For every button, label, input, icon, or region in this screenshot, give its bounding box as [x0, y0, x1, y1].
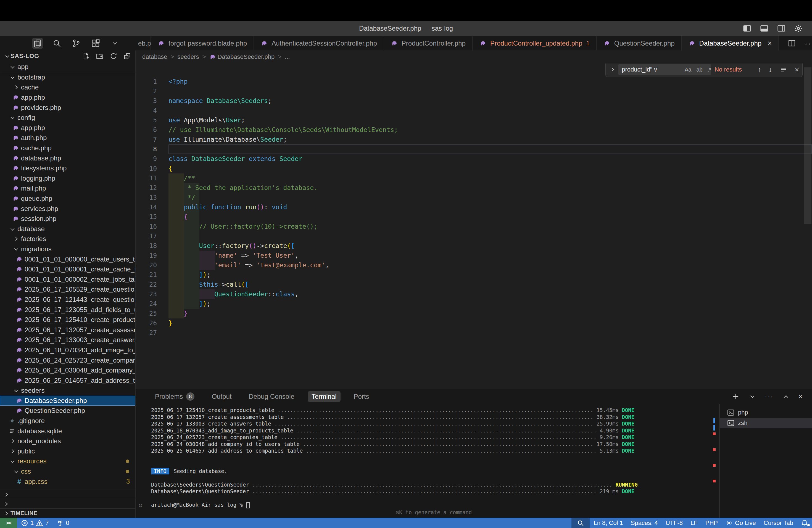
- tab-productcontroller-updated-php[interactable]: ProductController_updated.php1: [473, 36, 597, 50]
- tree-item-database-sqlite[interactable]: database.sqlite: [0, 426, 135, 436]
- tree-item-resources[interactable]: resources: [0, 456, 135, 466]
- notifications-bell[interactable]: [797, 518, 812, 528]
- tree-item-session-php[interactable]: session.php: [0, 214, 135, 224]
- code-editor[interactable]: 1<?php23namespace Database\Seeders;45use…: [135, 63, 812, 389]
- go-live-status[interactable]: Go Live: [722, 518, 760, 528]
- tree-item-mail-php[interactable]: mail.php: [0, 184, 135, 194]
- code-line-2[interactable]: 2: [135, 86, 812, 96]
- tree-item-2025-06-24-025723-create-compan[interactable]: 2025_06_24_025723_create_compan...: [0, 355, 135, 365]
- sidebar-section-timeline[interactable]: TIMELINE: [0, 509, 135, 518]
- sidebar-section-collapsed-2[interactable]: [0, 499, 135, 509]
- code-line-17[interactable]: 17: [135, 231, 812, 241]
- tree-item-public[interactable]: public: [0, 446, 135, 456]
- tree-item-database-php[interactable]: database.php: [0, 153, 135, 163]
- tree-item-bootstrap[interactable]: bootstrap: [0, 72, 135, 83]
- cursor-position-status[interactable]: Ln 8, Col 1: [590, 518, 627, 528]
- search-status-item[interactable]: [571, 518, 590, 528]
- more-actions-icon[interactable]: ···: [765, 392, 773, 401]
- whole-word-icon[interactable]: ab: [695, 66, 704, 73]
- regex-icon[interactable]: .*: [707, 66, 712, 73]
- terminal-output[interactable]: 2025_06_17_125410_create_products_table …: [135, 404, 717, 518]
- toggle-replace-icon[interactable]: [609, 68, 615, 71]
- close-icon[interactable]: ×: [768, 39, 772, 47]
- code-line-19[interactable]: 19 'name' => 'Test User',: [135, 251, 812, 260]
- activity-explorer-icon[interactable]: [32, 38, 43, 49]
- language-status[interactable]: PHP: [701, 518, 722, 528]
- code-line-3[interactable]: 3namespace Database\Seeders;: [135, 96, 812, 106]
- breadcrumb-item-database[interactable]: database: [142, 53, 168, 60]
- tree-item-2025-06-17-121443-create-questions[interactable]: 2025_06_17_121443_create_questions...: [0, 295, 135, 305]
- tree-item-2025-06-17-125410-create-products[interactable]: 2025_06_17_125410_create_products...: [0, 315, 135, 325]
- tree-item-app[interactable]: app: [0, 62, 135, 72]
- code-line-20[interactable]: 20 'email' => 'test@example.com',: [135, 260, 812, 270]
- code-line-16[interactable]: 16 // User::factory(10)->create();: [135, 222, 812, 231]
- tree-item-cache[interactable]: cache: [0, 82, 135, 92]
- code-line-10[interactable]: 10{: [135, 164, 812, 173]
- code-line-26[interactable]: 26}: [135, 318, 812, 328]
- panel-tab-ports[interactable]: Ports: [350, 391, 373, 402]
- collapse-all-icon[interactable]: [123, 52, 131, 60]
- tree-item-2025-06-18-070343-add-image-to[interactable]: 2025_06_18_070343_add_image_to_...: [0, 345, 135, 355]
- previous-match-icon[interactable]: ↑: [758, 65, 762, 74]
- terminal-session-zsh[interactable]: zsh: [720, 418, 812, 428]
- tab-questionseeder-php[interactable]: QuestionSeeder.php: [597, 36, 682, 50]
- cursor-tab-status[interactable]: Cursor Tab: [760, 518, 797, 528]
- code-line-9[interactable]: 9class DatabaseSeeder extends Seeder: [135, 154, 812, 164]
- tree-item-2025-06-25-014657-add-address-to[interactable]: 2025_06_25_014657_add_address_to...: [0, 375, 135, 385]
- tree-item-2025-06-17-133003-create-answers[interactable]: 2025_06_17_133003_create_answers_...: [0, 335, 135, 345]
- code-line-14[interactable]: 14 public function run(): void: [135, 202, 812, 212]
- code-line-24[interactable]: 24 ]);: [135, 299, 812, 309]
- tree-item-node-modules[interactable]: node_modules: [0, 436, 135, 446]
- tree-item-config[interactable]: config: [0, 113, 135, 123]
- tab-eb-php[interactable]: eb.php: [135, 36, 151, 50]
- code-line-8[interactable]: 8: [135, 144, 812, 154]
- tree-item-database[interactable]: database: [0, 224, 135, 234]
- tree-item-factories[interactable]: factories: [0, 234, 135, 244]
- tree-item-2025-06-17-123055-add-fields-to-u[interactable]: 2025_06_17_123055_add_fields_to_u...: [0, 305, 135, 315]
- dropdown-icon[interactable]: [748, 392, 756, 401]
- chevron-up-icon[interactable]: [782, 392, 790, 401]
- new-folder-icon[interactable]: [96, 52, 104, 60]
- close-icon[interactable]: ×: [795, 65, 799, 74]
- panel-tab-terminal[interactable]: Terminal: [308, 391, 340, 402]
- tree-item-migrations[interactable]: migrations: [0, 244, 135, 254]
- tree-item-gitignore[interactable]: .gitignore: [0, 416, 135, 426]
- tree-item-2025-06-17-132057-create-assessme[interactable]: 2025_06_17_132057_create_assessme...: [0, 325, 135, 335]
- tree-item-app-php[interactable]: app.php: [0, 123, 135, 133]
- tree-item-providers-php[interactable]: providers.php: [0, 102, 135, 113]
- tree-item-0001-01-01-000001-create-cache-ta[interactable]: 0001_01_01_000001_create_cache_ta...: [0, 264, 135, 275]
- tree-item-seeders[interactable]: seeders: [0, 385, 135, 396]
- indentation-status[interactable]: Spaces: 4: [627, 518, 662, 528]
- new-file-icon[interactable]: [82, 52, 90, 60]
- code-line-22[interactable]: 22 $this->call([: [135, 280, 812, 289]
- tree-item-2025-06-17-105529-create-question[interactable]: 2025_06_17_105529_create_question...: [0, 284, 135, 295]
- activity-dropdown-icon[interactable]: [110, 38, 120, 49]
- close-icon[interactable]: ×: [798, 392, 802, 401]
- add-icon[interactable]: [731, 392, 740, 401]
- code-line-27[interactable]: 27: [135, 328, 812, 338]
- code-line-18[interactable]: 18 User::factory()->create([: [135, 241, 812, 251]
- tree-item-app-php[interactable]: app.php: [0, 92, 135, 103]
- code-line-25[interactable]: 25 }: [135, 309, 812, 318]
- tree-item-questionseeder-php[interactable]: QuestionSeeder.php: [0, 406, 135, 416]
- breadcrumb-item-seeders[interactable]: seeders: [177, 53, 199, 60]
- encoding-status[interactable]: UTF-8: [662, 518, 686, 528]
- terminal-session-php[interactable]: php: [720, 407, 812, 418]
- panel-tab-problems[interactable]: Problems8: [151, 391, 198, 402]
- code-line-12[interactable]: 12 * Seed the application's database.: [135, 183, 812, 193]
- code-line-21[interactable]: 21 ]);: [135, 270, 812, 280]
- more-actions-icon[interactable]: ···: [804, 39, 812, 48]
- tree-item-cache-php[interactable]: cache.php: [0, 143, 135, 153]
- code-line-11[interactable]: 11 /**: [135, 173, 812, 183]
- layout-sidebar-right-icon[interactable]: [777, 24, 786, 33]
- problems-status[interactable]: 1 7: [17, 518, 53, 528]
- tree-item-0001-01-01-000002-create-jobs-tab[interactable]: 0001_01_01_000002_create_jobs_tab...: [0, 274, 135, 284]
- tab-authenticatedsessioncontroller-php[interactable]: AuthenticatedSessionController.php: [254, 36, 384, 50]
- tree-item-app-css[interactable]: #app.css3: [0, 476, 135, 487]
- code-line-1[interactable]: 1<?php: [135, 77, 812, 86]
- match-case-icon[interactable]: Aa: [684, 66, 692, 73]
- tree-item-2025-06-24-030048-add-company[interactable]: 2025_06_24_030048_add_company_...: [0, 365, 135, 376]
- layout-sidebar-left-icon[interactable]: [742, 24, 752, 33]
- ports-status[interactable]: 0: [53, 518, 73, 528]
- code-line-13[interactable]: 13 */: [135, 193, 812, 202]
